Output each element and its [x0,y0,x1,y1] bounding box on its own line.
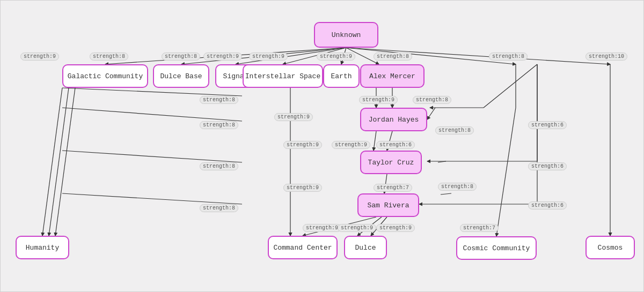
strength-label-13: strength:8 [435,126,474,134]
strength-label-11: strength:9 [359,96,398,104]
node-sam[interactable]: Sam Rivera [357,193,419,217]
strength-label-10: strength:9 [274,113,313,121]
svg-line-41 [62,88,242,96]
svg-line-11 [374,131,376,151]
node-command[interactable]: Command Center [268,236,338,259]
svg-line-32 [427,108,435,119]
strength-label-4: strength:9 [249,53,288,61]
strength-label-23: strength:8 [438,183,477,191]
strength-label-2: strength:8 [162,53,200,61]
strength-label-27: strength:9 [338,224,376,232]
strength-label-24: strength:6 [528,201,567,209]
node-earth[interactable]: Earth [323,64,360,88]
strength-label-7: strength:8 [489,53,528,61]
svg-line-34 [441,193,451,194]
svg-line-23 [42,88,62,236]
strength-label-8: strength:10 [586,53,627,61]
strength-label-18: strength:6 [376,141,415,149]
strength-label-16: strength:9 [283,141,322,149]
strength-label-29: strength:7 [460,224,499,232]
svg-line-24 [49,88,69,236]
strength-label-26: strength:9 [303,224,341,232]
strength-label-3: strength:9 [203,53,242,61]
strength-label-22: strength:7 [374,184,412,192]
strength-label-14: strength:6 [528,121,567,129]
node-cosmos[interactable]: Cosmos [586,236,635,259]
strength-label-17: strength:9 [332,141,370,149]
svg-line-40 [496,108,516,236]
strength-label-15: strength:8 [200,121,238,129]
strength-label-25: strength:8 [200,204,238,212]
strength-label-20: strength:8 [200,162,238,170]
strength-label-1: strength:8 [90,53,128,61]
node-taylor[interactable]: Taylor Cruz [360,151,422,174]
node-cosmic[interactable]: Cosmic Community [456,236,537,260]
node-alex[interactable]: Alex Mercer [360,64,425,88]
svg-line-25 [55,88,75,236]
strength-label-0: strength:9 [20,53,59,61]
node-humanity[interactable]: Humanity [16,236,69,259]
strength-label-12: strength:8 [413,96,451,104]
strength-label-28: strength:9 [376,224,415,232]
svg-line-42 [62,108,242,121]
node-dulce[interactable]: Dulce [344,236,387,259]
svg-line-43 [62,151,242,162]
node-unknown[interactable]: Unknown [314,22,378,48]
svg-line-26 [484,64,537,108]
node-jordan[interactable]: Jordan Hayes [360,108,427,131]
strength-label-5: strength:9 [317,53,355,61]
node-dulce_base[interactable]: Dulce Base [153,64,209,88]
node-galactic[interactable]: Galactic Community [62,64,148,88]
strength-label-6: strength:8 [374,53,412,61]
svg-line-33 [438,161,446,162]
diagram-container: UnknownGalactic CommunityDulce BaseSigna… [0,0,644,292]
strength-label-9: strength:8 [200,96,238,104]
node-interstellar[interactable]: Interstellar Space [243,64,323,88]
strength-label-21: strength:9 [283,184,322,192]
svg-line-44 [62,193,242,204]
strength-label-19: strength:6 [528,162,567,170]
